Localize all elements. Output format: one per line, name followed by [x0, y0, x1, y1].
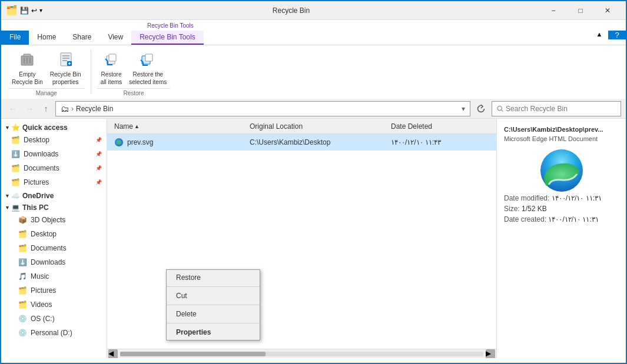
detail-size-label: Size:	[504, 205, 520, 213]
sidebar-item-documents[interactable]: 🗂️ Documents 📌	[1, 161, 107, 175]
help-button[interactable]: ?	[608, 31, 626, 39]
restore-all-button[interactable]: Restore all items	[97, 48, 126, 88]
sidebar-item-personal-d[interactable]: 💿 Personal (D:)	[1, 326, 107, 340]
svg-rect-1	[24, 54, 31, 56]
maximize-button[interactable]: □	[567, 1, 594, 20]
empty-bin-icon	[18, 50, 37, 69]
quick-access-toolbar: 🗂️ 💾 ↩ ▾	[6, 5, 42, 16]
forward-button[interactable]: →	[22, 102, 37, 116]
sidebar-item-downloads-qa[interactable]: ⬇️ Downloads 📌	[1, 147, 107, 161]
pin-icon: 📌	[95, 151, 102, 157]
sidebar-item-documents-pc[interactable]: 🗂️ Documents	[1, 241, 107, 255]
ribbon-collapse-btn[interactable]: ▲	[590, 31, 608, 38]
refresh-button[interactable]	[473, 101, 489, 117]
address-path[interactable]: 🗂 › Recycle Bin ▾	[55, 101, 470, 116]
downloads-qa-icon: ⬇️	[11, 149, 20, 159]
horizontal-scrollbar[interactable]: ◀ ▶	[107, 349, 496, 358]
sidebar: ▾ ⭐ Quick access 🗂️ Desktop 📌 ⬇️ Downloa…	[1, 119, 107, 358]
sidebar-item-label: Pictures	[31, 286, 56, 295]
onedrive-header[interactable]: ▾ ☁️ OneDrive	[1, 189, 107, 201]
documents-icon: 🗂️	[11, 163, 20, 173]
onedrive-arrow: ▾	[6, 193, 9, 199]
sidebar-item-label: Music	[31, 272, 49, 280]
sidebar-item-videos[interactable]: 🗂️ Videos	[1, 298, 107, 312]
file-location: C:\Users\Kambiz\Desktop	[250, 138, 330, 146]
minimize-button[interactable]: −	[540, 1, 567, 20]
col-header-location[interactable]: Original Location	[247, 122, 389, 131]
col-header-date[interactable]: Date Deleted	[389, 122, 471, 131]
scroll-left-btn[interactable]: ◀	[108, 349, 118, 359]
context-item-restore[interactable]: Restore	[167, 270, 260, 285]
music-icon: 🎵	[18, 272, 27, 281]
sidebar-item-desktop[interactable]: 🗂️ Desktop 📌	[1, 133, 107, 147]
context-item-delete[interactable]: Delete	[167, 306, 260, 322]
context-item-properties[interactable]: Properties	[167, 325, 260, 340]
pictures-pc-icon: 🗂️	[18, 286, 27, 295]
file-name-cell: prev.svg	[112, 138, 247, 147]
edge-thumbnail	[538, 147, 585, 194]
sidebar-item-label: Pictures	[24, 178, 49, 186]
quick-access-header[interactable]: ▾ ⭐ Quick access	[1, 121, 107, 133]
ribbon-tab-strip: File Home Share View Recycle Bin Tools ▲…	[1, 31, 626, 45]
save-qat[interactable]: 💾	[20, 6, 29, 15]
undo-qat[interactable]: ↩	[31, 6, 37, 15]
detail-size-row: Size: 1/52 KB	[504, 205, 619, 213]
scroll-right-btn[interactable]: ▶	[486, 349, 495, 359]
table-row[interactable]: prev.svg C:\Users\Kambiz\Desktop ۱۴۰۰/۱۲…	[107, 134, 496, 151]
scroll-track[interactable]	[120, 352, 483, 356]
col-header-name[interactable]: Name ▲	[112, 122, 247, 131]
search-box[interactable]	[492, 101, 621, 116]
tab-file[interactable]: File	[1, 31, 29, 45]
svg-line-17	[501, 109, 503, 111]
tab-view[interactable]: View	[99, 31, 131, 45]
svg-rect-15	[145, 54, 152, 61]
sidebar-item-pictures[interactable]: 🗂️ Pictures 📌	[1, 175, 107, 189]
title-bar: 🗂️ 💾 ↩ ▾ Recycle Bin − □ ✕	[1, 1, 626, 20]
sidebar-item-label: Desktop	[24, 136, 49, 144]
sidebar-item-os-c[interactable]: 💿 OS (C:)	[1, 312, 107, 326]
edge-file-icon	[114, 138, 124, 147]
this-pc-header[interactable]: ▾ 💻 This PC	[1, 201, 107, 213]
restore-selected-button[interactable]: Restore the selected items	[125, 48, 170, 88]
restore-group-label: Restore	[97, 88, 171, 96]
refresh-icon	[476, 104, 486, 113]
breadcrumb-item: Recycle Bin	[76, 105, 113, 113]
onedrive-icon: ☁️	[11, 192, 20, 200]
scroll-thumb[interactable]	[120, 352, 266, 356]
pin-icon: 📌	[95, 179, 102, 185]
detail-type: Microsoft Edge HTML Document	[504, 135, 619, 142]
quick-access-label: Quick access	[22, 123, 68, 132]
svg-rect-13	[109, 54, 116, 61]
restore-buttons: Restore all items Restore the selected i…	[97, 48, 171, 88]
ribbon: Recycle Bin Tools File Home Share View R…	[1, 20, 626, 99]
close-button[interactable]: ✕	[594, 1, 621, 20]
address-bar: ← → ↑ 🗂 › Recycle Bin ▾	[1, 99, 626, 119]
os-c-icon: 💿	[18, 314, 27, 323]
context-separator-2	[167, 305, 260, 305]
detail-date-modified-value: ۱۴۰۰/۱۲/۱۰ ۱۱:۳۱	[552, 194, 602, 202]
detail-date-created-value: ۱۴۰۰/۱۲/۱۰ ۱۱:۳۱	[548, 215, 598, 223]
window-controls: − □ ✕	[540, 1, 621, 20]
empty-bin-button[interactable]: Empty Recycle Bin	[8, 48, 47, 88]
up-button[interactable]: ↑	[39, 102, 53, 116]
sidebar-item-music[interactable]: 🎵 Music	[1, 269, 107, 283]
tab-share[interactable]: Share	[64, 31, 99, 45]
documents-pc-icon: 🗂️	[18, 243, 27, 253]
detail-info: Date modified: ۱۴۰۰/۱۲/۱۰ ۱۱:۳۱ Size: 1/…	[504, 194, 619, 226]
context-item-cut[interactable]: Cut	[167, 288, 260, 303]
file-date-cell: ۱۴۰۰/۱۲/۱۰ ۱۱:۴۳	[389, 138, 471, 146]
sidebar-item-pictures-pc[interactable]: 🗂️ Pictures	[1, 283, 107, 298]
sidebar-item-desktop-pc[interactable]: 🗂️ Desktop	[1, 227, 107, 241]
onedrive-label: OneDrive	[22, 192, 54, 200]
sidebar-item-3d-objects[interactable]: 📦 3D Objects	[1, 213, 107, 227]
sidebar-item-downloads-pc[interactable]: ⬇️ Downloads	[1, 255, 107, 269]
back-button[interactable]: ←	[6, 102, 20, 116]
search-input[interactable]	[506, 105, 616, 113]
path-dropdown-arrow[interactable]: ▾	[462, 105, 465, 113]
tab-home[interactable]: Home	[29, 31, 64, 45]
detail-size-value: 1/52 KB	[522, 205, 547, 213]
properties-button[interactable]: Recycle Bin properties	[47, 48, 85, 88]
pictures-icon: 🗂️	[11, 178, 20, 187]
sidebar-item-label: Downloads	[31, 258, 65, 266]
tab-manage[interactable]: Recycle Bin Tools	[131, 31, 204, 45]
